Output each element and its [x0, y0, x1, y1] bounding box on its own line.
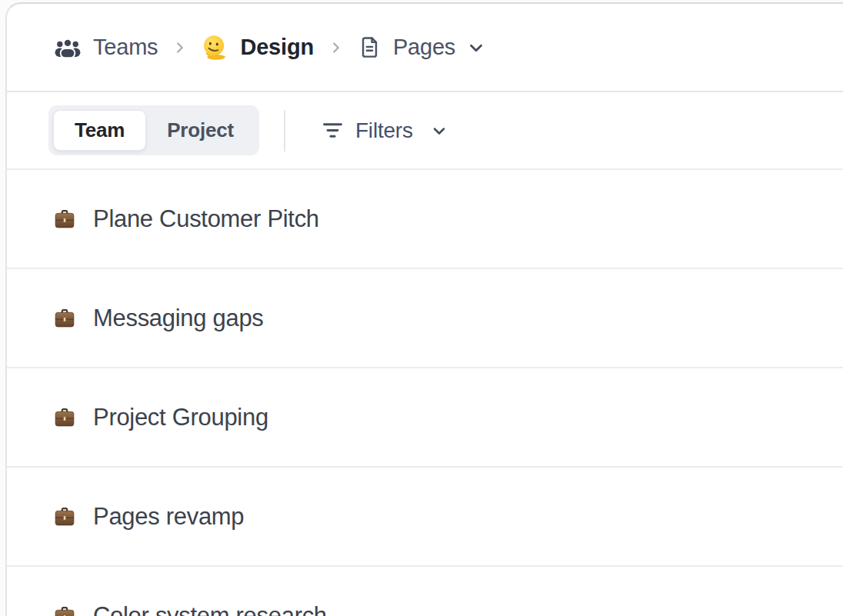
chevron-down-icon[interactable] [466, 38, 486, 58]
tab-project[interactable]: Project [146, 111, 255, 150]
breadcrumb: Teams Design Pages [7, 4, 843, 92]
toolbar-divider [284, 110, 285, 152]
content-panel: Teams Design Pages [5, 2, 843, 616]
breadcrumb-item-teams[interactable]: Teams [55, 35, 158, 60]
list-item[interactable]: Messaging gaps [7, 269, 843, 368]
briefcase-emoji [55, 210, 75, 228]
breadcrumb-label: Pages [393, 35, 455, 60]
filters-button[interactable]: Filters [321, 118, 448, 143]
chevron-right-icon [172, 39, 188, 56]
list-item[interactable]: Pages revamp [7, 468, 843, 567]
page-list: Plane Customer Pitch Messaging gaps Proj… [7, 170, 843, 616]
page-title: Messaging gaps [93, 305, 264, 332]
list-item[interactable]: Plane Customer Pitch [7, 170, 843, 269]
page-title: Pages revamp [93, 503, 244, 531]
briefcase-emoji [55, 607, 75, 616]
filters-label: Filters [355, 118, 413, 143]
page-title: Color system research [93, 602, 327, 616]
pages-screen: Teams Design Pages [0, 0, 843, 616]
melting-face-emoji [202, 35, 228, 60]
file-text-icon [358, 36, 381, 58]
users-icon [55, 38, 81, 58]
briefcase-emoji [55, 508, 75, 526]
scope-tab-switcher: Team Project [48, 105, 259, 155]
toolbar: Team Project Filters [7, 92, 843, 170]
filter-lines-icon [321, 118, 345, 142]
breadcrumb-item-pages[interactable]: Pages [358, 35, 455, 60]
chevron-right-icon [328, 39, 345, 56]
breadcrumb-item-design[interactable]: Design [202, 35, 314, 60]
page-title: Plane Customer Pitch [93, 205, 319, 233]
briefcase-emoji [55, 309, 75, 328]
list-item[interactable]: Project Grouping [7, 368, 843, 468]
briefcase-emoji [55, 408, 75, 427]
list-item[interactable]: Color system research [7, 567, 843, 616]
chevron-down-icon [430, 122, 448, 140]
tab-team[interactable]: Team [53, 110, 146, 151]
breadcrumb-label: Design [240, 35, 314, 60]
breadcrumb-label: Teams [93, 35, 158, 60]
page-title: Project Grouping [93, 404, 268, 431]
